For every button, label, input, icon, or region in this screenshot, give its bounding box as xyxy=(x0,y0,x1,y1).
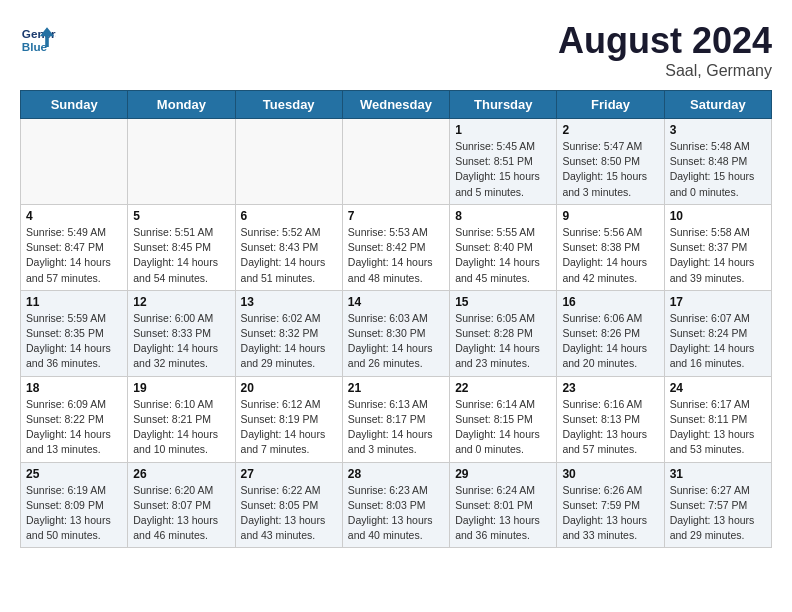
col-header-thursday: Thursday xyxy=(450,91,557,119)
calendar-cell: 15Sunrise: 6:05 AMSunset: 8:28 PMDayligh… xyxy=(450,290,557,376)
calendar-cell: 18Sunrise: 6:09 AMSunset: 8:22 PMDayligh… xyxy=(21,376,128,462)
calendar-cell: 28Sunrise: 6:23 AMSunset: 8:03 PMDayligh… xyxy=(342,462,449,548)
day-info: Sunrise: 5:51 AMSunset: 8:45 PMDaylight:… xyxy=(133,225,229,286)
day-number: 1 xyxy=(455,123,551,137)
day-number: 8 xyxy=(455,209,551,223)
day-info: Sunrise: 6:00 AMSunset: 8:33 PMDaylight:… xyxy=(133,311,229,372)
calendar-cell: 20Sunrise: 6:12 AMSunset: 8:19 PMDayligh… xyxy=(235,376,342,462)
calendar-cell: 6Sunrise: 5:52 AMSunset: 8:43 PMDaylight… xyxy=(235,204,342,290)
day-info: Sunrise: 6:26 AMSunset: 7:59 PMDaylight:… xyxy=(562,483,658,544)
calendar-cell: 30Sunrise: 6:26 AMSunset: 7:59 PMDayligh… xyxy=(557,462,664,548)
svg-text:Blue: Blue xyxy=(22,40,48,53)
calendar-cell: 22Sunrise: 6:14 AMSunset: 8:15 PMDayligh… xyxy=(450,376,557,462)
calendar-cell: 7Sunrise: 5:53 AMSunset: 8:42 PMDaylight… xyxy=(342,204,449,290)
calendar-cell: 1Sunrise: 5:45 AMSunset: 8:51 PMDaylight… xyxy=(450,119,557,205)
col-header-tuesday: Tuesday xyxy=(235,91,342,119)
day-info: Sunrise: 6:20 AMSunset: 8:07 PMDaylight:… xyxy=(133,483,229,544)
day-info: Sunrise: 5:47 AMSunset: 8:50 PMDaylight:… xyxy=(562,139,658,200)
day-info: Sunrise: 5:56 AMSunset: 8:38 PMDaylight:… xyxy=(562,225,658,286)
day-info: Sunrise: 6:14 AMSunset: 8:15 PMDaylight:… xyxy=(455,397,551,458)
calendar-cell: 5Sunrise: 5:51 AMSunset: 8:45 PMDaylight… xyxy=(128,204,235,290)
location-label: Saal, Germany xyxy=(558,62,772,80)
day-info: Sunrise: 6:09 AMSunset: 8:22 PMDaylight:… xyxy=(26,397,122,458)
day-number: 3 xyxy=(670,123,766,137)
calendar-cell: 24Sunrise: 6:17 AMSunset: 8:11 PMDayligh… xyxy=(664,376,771,462)
page-header: General Blue August 2024 Saal, Germany xyxy=(20,20,772,80)
col-header-sunday: Sunday xyxy=(21,91,128,119)
day-info: Sunrise: 6:19 AMSunset: 8:09 PMDaylight:… xyxy=(26,483,122,544)
day-info: Sunrise: 6:10 AMSunset: 8:21 PMDaylight:… xyxy=(133,397,229,458)
day-number: 22 xyxy=(455,381,551,395)
calendar-week-1: 1Sunrise: 5:45 AMSunset: 8:51 PMDaylight… xyxy=(21,119,772,205)
col-header-monday: Monday xyxy=(128,91,235,119)
day-number: 29 xyxy=(455,467,551,481)
day-info: Sunrise: 6:02 AMSunset: 8:32 PMDaylight:… xyxy=(241,311,337,372)
day-info: Sunrise: 6:12 AMSunset: 8:19 PMDaylight:… xyxy=(241,397,337,458)
day-info: Sunrise: 5:45 AMSunset: 8:51 PMDaylight:… xyxy=(455,139,551,200)
calendar-cell: 17Sunrise: 6:07 AMSunset: 8:24 PMDayligh… xyxy=(664,290,771,376)
day-number: 26 xyxy=(133,467,229,481)
day-number: 14 xyxy=(348,295,444,309)
day-number: 7 xyxy=(348,209,444,223)
day-number: 17 xyxy=(670,295,766,309)
day-number: 24 xyxy=(670,381,766,395)
day-number: 15 xyxy=(455,295,551,309)
calendar-cell xyxy=(235,119,342,205)
calendar-week-4: 18Sunrise: 6:09 AMSunset: 8:22 PMDayligh… xyxy=(21,376,772,462)
calendar-cell: 9Sunrise: 5:56 AMSunset: 8:38 PMDaylight… xyxy=(557,204,664,290)
day-number: 31 xyxy=(670,467,766,481)
calendar-cell: 21Sunrise: 6:13 AMSunset: 8:17 PMDayligh… xyxy=(342,376,449,462)
day-number: 6 xyxy=(241,209,337,223)
day-number: 4 xyxy=(26,209,122,223)
calendar-cell: 8Sunrise: 5:55 AMSunset: 8:40 PMDaylight… xyxy=(450,204,557,290)
calendar-cell: 3Sunrise: 5:48 AMSunset: 8:48 PMDaylight… xyxy=(664,119,771,205)
day-info: Sunrise: 5:48 AMSunset: 8:48 PMDaylight:… xyxy=(670,139,766,200)
day-number: 10 xyxy=(670,209,766,223)
calendar-cell: 14Sunrise: 6:03 AMSunset: 8:30 PMDayligh… xyxy=(342,290,449,376)
calendar-cell: 11Sunrise: 5:59 AMSunset: 8:35 PMDayligh… xyxy=(21,290,128,376)
day-info: Sunrise: 5:58 AMSunset: 8:37 PMDaylight:… xyxy=(670,225,766,286)
day-info: Sunrise: 6:03 AMSunset: 8:30 PMDaylight:… xyxy=(348,311,444,372)
month-year-title: August 2024 xyxy=(558,20,772,62)
calendar-cell: 25Sunrise: 6:19 AMSunset: 8:09 PMDayligh… xyxy=(21,462,128,548)
day-number: 28 xyxy=(348,467,444,481)
day-info: Sunrise: 6:16 AMSunset: 8:13 PMDaylight:… xyxy=(562,397,658,458)
calendar-table: SundayMondayTuesdayWednesdayThursdayFrid… xyxy=(20,90,772,548)
title-block: August 2024 Saal, Germany xyxy=(558,20,772,80)
day-number: 21 xyxy=(348,381,444,395)
calendar-cell: 31Sunrise: 6:27 AMSunset: 7:57 PMDayligh… xyxy=(664,462,771,548)
day-info: Sunrise: 5:53 AMSunset: 8:42 PMDaylight:… xyxy=(348,225,444,286)
calendar-week-5: 25Sunrise: 6:19 AMSunset: 8:09 PMDayligh… xyxy=(21,462,772,548)
calendar-cell: 16Sunrise: 6:06 AMSunset: 8:26 PMDayligh… xyxy=(557,290,664,376)
col-header-saturday: Saturday xyxy=(664,91,771,119)
day-info: Sunrise: 6:17 AMSunset: 8:11 PMDaylight:… xyxy=(670,397,766,458)
day-number: 12 xyxy=(133,295,229,309)
day-number: 13 xyxy=(241,295,337,309)
day-number: 25 xyxy=(26,467,122,481)
calendar-cell: 12Sunrise: 6:00 AMSunset: 8:33 PMDayligh… xyxy=(128,290,235,376)
calendar-cell: 23Sunrise: 6:16 AMSunset: 8:13 PMDayligh… xyxy=(557,376,664,462)
day-info: Sunrise: 5:59 AMSunset: 8:35 PMDaylight:… xyxy=(26,311,122,372)
calendar-cell: 4Sunrise: 5:49 AMSunset: 8:47 PMDaylight… xyxy=(21,204,128,290)
day-info: Sunrise: 6:23 AMSunset: 8:03 PMDaylight:… xyxy=(348,483,444,544)
calendar-cell: 13Sunrise: 6:02 AMSunset: 8:32 PMDayligh… xyxy=(235,290,342,376)
calendar-week-2: 4Sunrise: 5:49 AMSunset: 8:47 PMDaylight… xyxy=(21,204,772,290)
day-number: 23 xyxy=(562,381,658,395)
col-header-friday: Friday xyxy=(557,91,664,119)
logo: General Blue xyxy=(20,20,56,56)
day-info: Sunrise: 5:52 AMSunset: 8:43 PMDaylight:… xyxy=(241,225,337,286)
day-number: 2 xyxy=(562,123,658,137)
day-number: 9 xyxy=(562,209,658,223)
day-info: Sunrise: 6:22 AMSunset: 8:05 PMDaylight:… xyxy=(241,483,337,544)
day-number: 11 xyxy=(26,295,122,309)
calendar-cell: 27Sunrise: 6:22 AMSunset: 8:05 PMDayligh… xyxy=(235,462,342,548)
logo-icon: General Blue xyxy=(20,20,56,56)
day-info: Sunrise: 5:55 AMSunset: 8:40 PMDaylight:… xyxy=(455,225,551,286)
day-number: 19 xyxy=(133,381,229,395)
day-number: 18 xyxy=(26,381,122,395)
day-info: Sunrise: 6:06 AMSunset: 8:26 PMDaylight:… xyxy=(562,311,658,372)
day-info: Sunrise: 6:13 AMSunset: 8:17 PMDaylight:… xyxy=(348,397,444,458)
day-number: 30 xyxy=(562,467,658,481)
day-info: Sunrise: 6:07 AMSunset: 8:24 PMDaylight:… xyxy=(670,311,766,372)
calendar-cell xyxy=(21,119,128,205)
